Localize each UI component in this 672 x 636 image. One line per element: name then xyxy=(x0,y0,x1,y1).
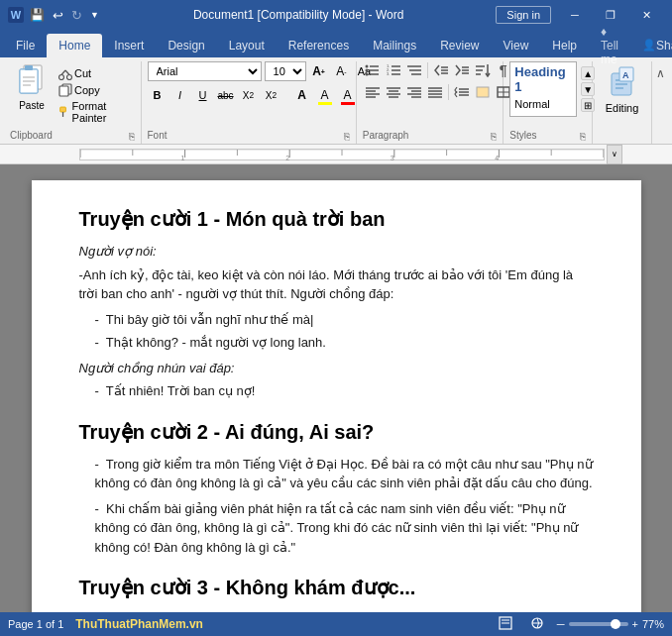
tab-review[interactable]: Review xyxy=(428,34,491,57)
title-bar-title: Document1 [Compatibility Mode] - Word xyxy=(101,8,496,22)
para-row2 xyxy=(363,83,513,101)
bullets-btn[interactable] xyxy=(363,61,383,79)
minimize-btn[interactable]: ─ xyxy=(557,0,593,30)
para-divider xyxy=(427,62,428,78)
multilevel-list-btn[interactable] xyxy=(404,61,424,79)
zoom-level[interactable]: 77% xyxy=(642,618,664,630)
story1-line1: - Thi bây giờ tôi vẫn nghĩ như thế mà| xyxy=(95,310,594,330)
zoom-in-btn[interactable]: + xyxy=(632,618,638,630)
status-right: ─ + 77% xyxy=(494,614,664,635)
italic-btn[interactable]: I xyxy=(170,85,190,105)
ruler-bar[interactable]: 1 2 3 4 xyxy=(79,149,605,160)
paragraph-label: Paragraph xyxy=(363,128,409,144)
tab-view[interactable]: View xyxy=(492,34,541,57)
tab-insert[interactable]: Insert xyxy=(102,34,156,57)
tab-design[interactable]: Design xyxy=(156,34,216,57)
styles-expand-btn[interactable]: ⎘ xyxy=(580,131,586,142)
cut-button[interactable]: Cut xyxy=(56,65,135,81)
story2-section: Truyện cười 2 - Ai đúng, Ai sai? - Trong… xyxy=(79,417,594,558)
word-icon: W xyxy=(8,7,24,23)
collapse-ribbon-btn[interactable]: ∧ xyxy=(652,65,668,81)
line-spacing-btn[interactable] xyxy=(452,83,472,101)
align-center-btn[interactable] xyxy=(384,83,403,101)
redo-btn[interactable]: ↻ xyxy=(69,6,84,25)
tab-share[interactable]: 👤 Share xyxy=(630,34,672,57)
tab-tellme[interactable]: ♦ Tell me xyxy=(589,34,630,57)
save-quick-btn[interactable]: 💾 xyxy=(28,6,47,24)
font-label-row: Font ⎘ xyxy=(148,128,350,144)
shrink-font-btn[interactable]: A- xyxy=(332,61,352,81)
clipboard-label-row: Clipboard ⎘ xyxy=(10,128,135,144)
tab-help[interactable]: Help xyxy=(540,34,589,57)
clipboard-content: Paste Cut xyxy=(10,61,135,128)
tab-layout[interactable]: Layout xyxy=(217,34,277,57)
style-normal[interactable]: Normal xyxy=(510,96,576,112)
font-color-btn[interactable]: A xyxy=(338,85,358,105)
font-name-row: Arial 10.5 A+ A- Aa xyxy=(148,61,375,81)
print-layout-icon xyxy=(498,616,513,630)
para-divider2 xyxy=(448,84,449,100)
tab-home[interactable]: Home xyxy=(47,34,102,57)
paragraph-content: 1. 2. 3. xyxy=(363,61,498,128)
editing-button[interactable]: A Editing xyxy=(600,61,645,118)
format-painter-icon xyxy=(58,105,70,119)
copy-button[interactable]: Copy xyxy=(56,82,135,98)
superscript-btn[interactable]: X2 xyxy=(262,85,281,105)
strikethrough-btn[interactable]: abc xyxy=(216,85,236,105)
shading-btn[interactable] xyxy=(473,83,493,101)
line-spacing-icon xyxy=(454,85,470,99)
font-expand-btn[interactable]: ⎘ xyxy=(344,131,350,142)
paragraph-label-row: Paragraph ⎘ xyxy=(363,128,498,144)
indent-dec-btn[interactable] xyxy=(431,61,451,79)
align-center-icon xyxy=(386,85,401,99)
indent-inc-btn[interactable] xyxy=(452,61,472,79)
story3-p1: vốn là bệnh viện trung ương đế mong rằng… xyxy=(79,610,594,612)
paragraph-expand-btn[interactable]: ⎘ xyxy=(491,131,497,142)
ruler-collapse-btn[interactable]: ∨ xyxy=(607,145,622,164)
justify-btn[interactable] xyxy=(425,83,445,101)
numbering-btn[interactable]: 1. 2. 3. xyxy=(384,61,403,79)
svg-text:1: 1 xyxy=(181,155,185,161)
paste-button[interactable]: Paste xyxy=(10,61,54,113)
undo-btn[interactable]: ↩ xyxy=(51,6,65,25)
para-row1: 1. 2. 3. xyxy=(363,61,513,79)
underline-btn[interactable]: U xyxy=(193,85,213,105)
close-btn[interactable]: ✕ xyxy=(628,0,664,30)
zoom-slider[interactable] xyxy=(569,622,628,626)
status-left: Page 1 of 1 ThuThuatPhanMem.vn xyxy=(8,617,203,631)
style-heading1[interactable]: Heading 1 xyxy=(510,62,576,96)
page-indicator[interactable]: Page 1 of 1 xyxy=(8,618,63,630)
svg-line-10 xyxy=(65,70,69,75)
title-bar: W 💾 ↩ ↻ ▼ Document1 [Compatibility Mode]… xyxy=(0,0,672,30)
align-left-btn[interactable] xyxy=(363,83,383,101)
paste-icon xyxy=(16,63,48,99)
format-painter-button[interactable]: Format Painter xyxy=(56,99,135,125)
svg-point-7 xyxy=(59,75,64,80)
style-heading2[interactable]: Heading 2 xyxy=(510,112,576,117)
signin-button[interactable]: Sign in xyxy=(496,6,551,24)
web-layout-btn[interactable] xyxy=(525,614,549,635)
font-group: Arial 10.5 A+ A- Aa B I U abc X2 X2 A xyxy=(142,61,357,144)
highlight-btn[interactable]: A xyxy=(315,85,335,105)
align-right-btn[interactable] xyxy=(404,83,424,101)
zoom-out-btn[interactable]: ─ xyxy=(557,618,565,630)
font-name-select[interactable]: Arial xyxy=(148,61,262,81)
bold-btn[interactable]: B xyxy=(148,85,168,105)
tab-file[interactable]: File xyxy=(4,34,47,57)
grow-font-btn[interactable]: A+ xyxy=(309,61,329,81)
clipboard-expand-btn[interactable]: ⎘ xyxy=(129,131,135,142)
svg-point-15 xyxy=(365,65,368,68)
editing-icon: A xyxy=(608,65,635,101)
font-size-select[interactable]: 10.5 xyxy=(265,61,306,81)
subscript-btn[interactable]: X2 xyxy=(239,85,259,105)
clear-format-btn[interactable]: A xyxy=(292,85,312,105)
customize-quick-btn[interactable]: ▼ xyxy=(88,8,101,22)
print-layout-btn[interactable] xyxy=(494,614,517,635)
document-page[interactable]: Truyện cười 1 - Món quà trời ban Người v… xyxy=(32,180,641,612)
font-format-row: B I U abc X2 X2 A A A xyxy=(148,85,358,105)
tab-references[interactable]: References xyxy=(277,34,361,57)
sort-btn[interactable] xyxy=(473,61,493,79)
editing-content: A Editing xyxy=(599,61,645,130)
styles-gallery[interactable]: Heading 1 Normal Heading 2 xyxy=(509,61,577,117)
tab-mailings[interactable]: Mailings xyxy=(361,34,428,57)
